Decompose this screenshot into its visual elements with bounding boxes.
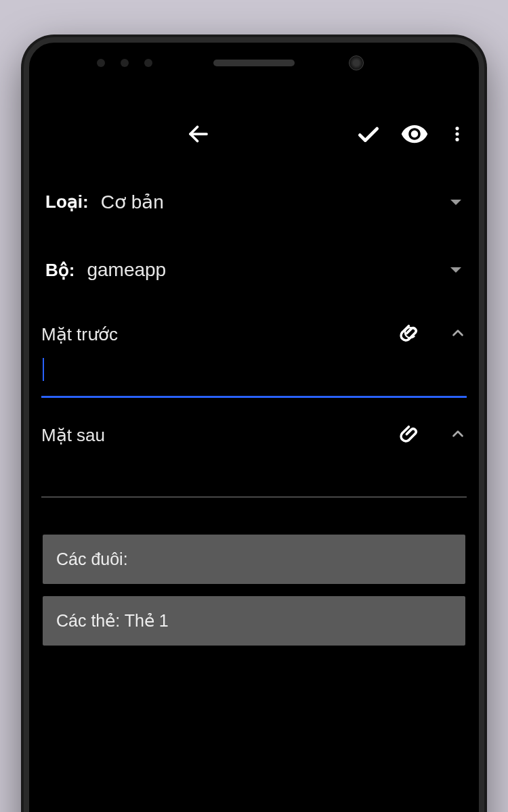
front-field-label: Mặt trước xyxy=(41,324,399,345)
confirm-button[interactable] xyxy=(356,121,381,147)
arrow-left-icon xyxy=(186,122,211,146)
preview-button[interactable] xyxy=(400,120,429,148)
back-button[interactable] xyxy=(41,122,356,146)
more-options-button[interactable] xyxy=(448,125,467,143)
phone-frame: Loại: Cơ bản Bộ: gameapp Mặt trước xyxy=(24,37,484,812)
note-type-selector[interactable]: Loại: Cơ bản xyxy=(41,181,467,223)
chevron-down-icon xyxy=(450,267,461,273)
sensor-dot xyxy=(144,59,152,67)
paperclip-icon xyxy=(399,321,422,344)
content-area: Loại: Cơ bản Bộ: gameapp Mặt trước xyxy=(29,161,479,646)
phone-camera xyxy=(349,55,364,70)
tags-button[interactable]: Các đuôi: xyxy=(43,535,465,584)
sensor-dot xyxy=(97,59,105,67)
back-attach-button[interactable] xyxy=(399,422,422,448)
sensor-dot xyxy=(121,59,129,67)
back-field-label: Mặt sau xyxy=(41,425,399,446)
note-type-value: Cơ bản xyxy=(101,191,164,213)
app-bar xyxy=(29,107,479,161)
deck-label: Bộ: xyxy=(45,260,75,281)
svg-point-2 xyxy=(455,132,459,135)
cards-button[interactable]: Các thẻ: Thẻ 1 xyxy=(43,596,465,646)
front-input[interactable] xyxy=(41,358,467,398)
svg-point-1 xyxy=(455,127,459,130)
chevron-up-icon xyxy=(449,425,467,443)
front-attach-button[interactable] xyxy=(399,321,422,347)
back-collapse-button[interactable] xyxy=(449,425,467,445)
front-field-header: Mặt trước xyxy=(41,317,467,351)
back-field-section: Mặt sau xyxy=(41,418,467,497)
front-input-wrapper xyxy=(41,351,467,398)
phone-speaker xyxy=(213,60,295,66)
svg-point-3 xyxy=(455,138,459,141)
phone-bezel-top xyxy=(29,43,479,83)
chevron-down-icon xyxy=(450,200,461,205)
paperclip-icon xyxy=(399,422,422,445)
more-vertical-icon xyxy=(448,125,467,143)
deck-value: gameapp xyxy=(87,259,166,281)
status-bar xyxy=(29,83,479,107)
phone-screen: Loại: Cơ bản Bộ: gameapp Mặt trước xyxy=(29,83,479,812)
deck-selector[interactable]: Bộ: gameapp xyxy=(41,250,467,290)
front-collapse-button[interactable] xyxy=(449,324,467,344)
front-field-section: Mặt trước xyxy=(41,317,467,398)
check-icon xyxy=(356,121,381,147)
back-input[interactable] xyxy=(41,459,467,497)
back-field-header: Mặt sau xyxy=(41,418,467,452)
note-type-label: Loại: xyxy=(45,191,89,212)
eye-icon xyxy=(400,120,429,148)
chevron-up-icon xyxy=(449,324,467,342)
footer-section: Các đuôi: Các thẻ: Thẻ 1 xyxy=(41,535,467,646)
